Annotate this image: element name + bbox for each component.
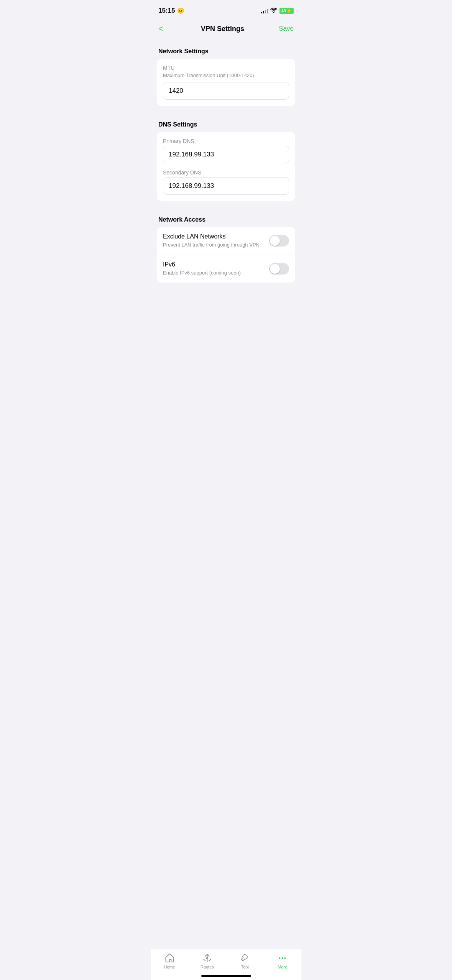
- battery-icon: 49 ⚡: [279, 8, 294, 14]
- exclude-lan-toggle[interactable]: [269, 235, 289, 247]
- page-title: VPN Settings: [201, 25, 244, 33]
- exclude-lan-row: Exclude LAN Networks Prevent LAN traffic…: [157, 227, 295, 255]
- exclude-lan-title: Exclude LAN Networks: [163, 233, 263, 240]
- network-access-card: Exclude LAN Networks Prevent LAN traffic…: [157, 227, 295, 283]
- secondary-dns-input[interactable]: [163, 177, 289, 195]
- primary-dns-input[interactable]: [163, 146, 289, 163]
- nav-bar: < VPN Settings Save: [151, 19, 301, 40]
- ipv6-desc: Enable IPv6 support (coming soon): [163, 270, 263, 276]
- status-time: 15:15 😐: [158, 7, 184, 15]
- content-area: Network Settings MTU Maximum Transmissio…: [151, 40, 301, 325]
- ipv6-row: IPv6 Enable IPv6 support (coming soon): [157, 255, 295, 283]
- exclude-lan-desc: Prevent LAN traffic from going through V…: [163, 242, 263, 248]
- save-button[interactable]: Save: [279, 25, 294, 33]
- status-icons: 49 ⚡: [261, 8, 294, 14]
- network-settings-header: Network Settings: [151, 40, 301, 59]
- mtu-card: MTU Maximum Transmission Unit (1000-1420…: [157, 59, 295, 106]
- mtu-input[interactable]: [163, 82, 289, 100]
- mtu-label: MTU: [163, 65, 289, 71]
- exclude-lan-text: Exclude LAN Networks Prevent LAN traffic…: [163, 233, 269, 248]
- back-button[interactable]: <: [158, 22, 166, 35]
- ipv6-title: IPv6: [163, 261, 263, 268]
- dns-settings-header: DNS Settings: [151, 113, 301, 132]
- ipv6-text: IPv6 Enable IPv6 support (coming soon): [163, 261, 269, 276]
- ipv6-toggle[interactable]: [269, 263, 289, 275]
- mtu-field-group: MTU Maximum Transmission Unit (1000-1420…: [163, 65, 289, 100]
- secondary-dns-label: Secondary DNS: [163, 169, 289, 176]
- primary-dns-label: Primary DNS: [163, 138, 289, 144]
- secondary-dns-group: Secondary DNS: [163, 169, 289, 195]
- status-emoji: 😐: [177, 7, 184, 14]
- signal-bars-icon: [261, 8, 268, 13]
- network-access-header: Network Access: [151, 209, 301, 227]
- status-bar: 15:15 😐 49 ⚡: [151, 0, 301, 19]
- mtu-sublabel: Maximum Transmission Unit (1000-1420): [163, 72, 289, 78]
- wifi-icon: [270, 8, 277, 14]
- primary-dns-group: Primary DNS: [163, 138, 289, 163]
- dns-card: Primary DNS Secondary DNS: [157, 132, 295, 201]
